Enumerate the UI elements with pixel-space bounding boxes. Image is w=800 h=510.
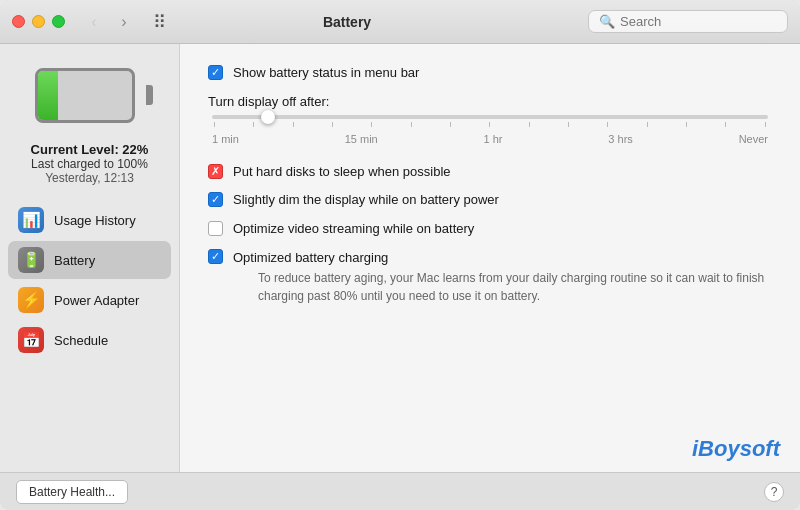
optimized-charging-row: ✓ Optimized battery charging To reduce b… (208, 248, 772, 305)
dim-display-row: ✓ Slightly dim the display while on batt… (208, 191, 772, 209)
battery-charged: Last charged to 100% (31, 157, 149, 171)
battery-level: Current Level: 22% (31, 142, 149, 157)
show-status-row: ✓ Show battery status in menu bar (208, 64, 772, 82)
optimized-charging-checkbox[interactable]: ✓ (208, 249, 223, 264)
slider-marks: 1 min 15 min 1 hr 3 hrs Never (212, 133, 768, 145)
back-button[interactable]: ‹ (81, 12, 107, 32)
main-window: ‹ › ⠿ Battery 🔍 Current Leve (0, 0, 800, 510)
sidebar-item-usage-history[interactable]: 📊 Usage History (8, 201, 171, 239)
optimized-charging-desc: To reduce battery aging, your Mac learns… (258, 269, 772, 305)
hard-disk-label: Put hard disks to sleep when possible (233, 163, 451, 181)
search-input[interactable] (620, 14, 780, 29)
maximize-button[interactable] (52, 15, 65, 28)
show-status-checkbox[interactable]: ✓ (208, 65, 223, 80)
sidebar-nav: 📊 Usage History 🔋 Battery ⚡ Power Adapte… (0, 201, 179, 361)
traffic-lights (12, 15, 65, 28)
slider-label: Turn display off after: (208, 94, 772, 109)
power-adapter-label: Power Adapter (54, 293, 139, 308)
main-panel: ✓ Show battery status in menu bar Turn d… (180, 44, 800, 472)
dim-display-checkbox[interactable]: ✓ (208, 192, 223, 207)
battery-visual (35, 68, 145, 123)
dim-display-label: Slightly dim the display while on batter… (233, 191, 499, 209)
search-bar[interactable]: 🔍 (588, 10, 788, 33)
optimize-video-row: Optimize video streaming while on batter… (208, 220, 772, 238)
optimize-video-label: Optimize video streaming while on batter… (233, 220, 474, 238)
close-button[interactable] (12, 15, 25, 28)
power-adapter-icon: ⚡ (18, 287, 44, 313)
hard-disk-checkbox[interactable]: ✗ (208, 164, 223, 179)
usage-history-label: Usage History (54, 213, 136, 228)
battery-fill (38, 71, 59, 120)
display-slider-section: Turn display off after: (208, 94, 772, 145)
schedule-label: Schedule (54, 333, 108, 348)
forward-button[interactable]: › (111, 12, 137, 32)
battery-icon: 🔋 (18, 247, 44, 273)
sidebar: Current Level: 22% Last charged to 100% … (0, 44, 180, 472)
slider-mark-1hr: 1 hr (484, 133, 503, 145)
battery-body (35, 68, 135, 123)
slider-mark-3hrs: 3 hrs (608, 133, 632, 145)
slider-thumb[interactable] (261, 110, 275, 124)
battery-time: Yesterday, 12:13 (31, 171, 149, 185)
slider-container: 1 min 15 min 1 hr 3 hrs Never (208, 115, 772, 145)
title-bar: ‹ › ⠿ Battery 🔍 (0, 0, 800, 44)
usage-history-icon: 📊 (18, 207, 44, 233)
hard-disk-row: ✗ Put hard disks to sleep when possible (208, 163, 772, 181)
slider-mark-1min: 1 min (212, 133, 239, 145)
battery-health-button[interactable]: Battery Health... (16, 480, 128, 504)
sidebar-item-power-adapter[interactable]: ⚡ Power Adapter (8, 281, 171, 319)
bottom-bar: Battery Health... ? (0, 472, 800, 510)
search-icon: 🔍 (599, 14, 615, 29)
help-button[interactable]: ? (764, 482, 784, 502)
minimize-button[interactable] (32, 15, 45, 28)
slider-mark-15min: 15 min (345, 133, 378, 145)
battery-label: Battery (54, 253, 95, 268)
sidebar-item-battery[interactable]: 🔋 Battery (8, 241, 171, 279)
battery-tip (146, 85, 153, 105)
slider-ticks (212, 122, 768, 127)
optimized-charging-label: Optimized battery charging (233, 250, 388, 265)
slider-track[interactable] (212, 115, 768, 119)
optimize-video-checkbox[interactable] (208, 221, 223, 236)
content-area: Current Level: 22% Last charged to 100% … (0, 44, 800, 472)
schedule-icon: 📅 (18, 327, 44, 353)
window-title: Battery (166, 14, 528, 30)
battery-info: Current Level: 22% Last charged to 100% … (31, 142, 149, 185)
grid-icon[interactable]: ⠿ (153, 11, 166, 33)
show-status-label: Show battery status in menu bar (233, 64, 419, 82)
battery-icon-container (30, 60, 150, 130)
slider-mark-never: Never (739, 133, 768, 145)
sidebar-item-schedule[interactable]: 📅 Schedule (8, 321, 171, 359)
nav-buttons: ‹ › (81, 12, 137, 32)
